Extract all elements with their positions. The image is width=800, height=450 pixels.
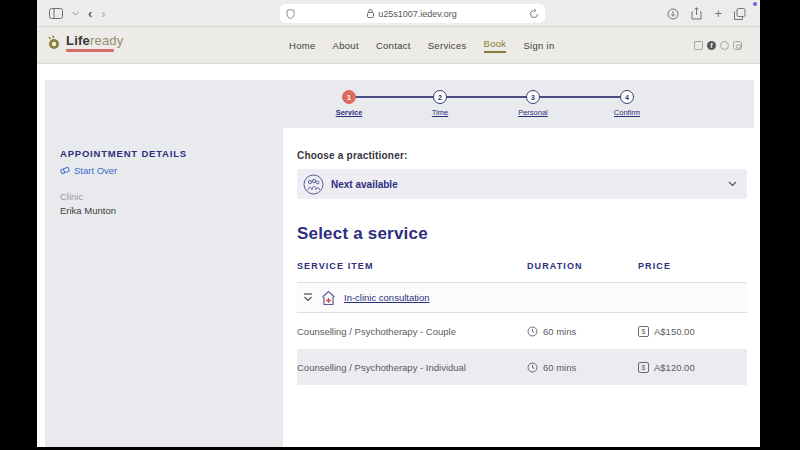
service-name: Counselling / Psychotherapy - Couple xyxy=(297,326,527,337)
practitioner-dropdown[interactable]: Next available xyxy=(297,169,747,199)
step-circle-service[interactable]: 1 xyxy=(342,90,356,104)
price-icon: $ xyxy=(638,325,649,337)
appointment-details-title: APPOINTMENT DETAILS xyxy=(60,148,187,159)
nav-item-about[interactable]: About xyxy=(333,40,359,51)
clinic-value: Erika Munton xyxy=(60,205,116,216)
news-icon[interactable] xyxy=(694,41,703,50)
url-text[interactable]: u25s1007.iedev.org xyxy=(378,9,456,19)
clinic-house-icon xyxy=(320,290,337,306)
site-header: Lifeready Home About Contact Services Bo… xyxy=(37,27,760,64)
practitioners-badge-icon xyxy=(303,174,324,195)
stepper-connector xyxy=(349,96,627,98)
clinic-label: Clinic xyxy=(60,191,83,202)
tab-overview-icon[interactable] xyxy=(734,8,746,20)
step-circle-time[interactable]: 2 xyxy=(433,90,447,104)
recording-indicator-dot xyxy=(753,2,757,6)
service-name: Counselling / Psychotherapy - Individual xyxy=(297,362,527,373)
chevron-down-icon xyxy=(728,181,737,187)
step-label-personal[interactable]: Personal xyxy=(493,108,573,117)
nav-item-book[interactable]: Book xyxy=(484,38,507,53)
letterbox-right xyxy=(760,0,800,450)
forward-button[interactable]: › xyxy=(101,7,105,20)
service-price: A$150.00 xyxy=(654,326,695,337)
clock-icon xyxy=(527,326,538,337)
service-row-couple[interactable]: Counselling / Psychotherapy - Couple 60 … xyxy=(297,313,747,349)
step-circle-personal[interactable]: 3 xyxy=(526,90,540,104)
letterbox-left xyxy=(0,0,37,450)
step-label-time[interactable]: Time xyxy=(400,108,480,117)
choose-practitioner-label: Choose a practitioner: xyxy=(297,150,747,161)
address-bar[interactable]: u25s1007.iedev.org xyxy=(280,4,545,23)
col-duration: DURATION xyxy=(527,261,638,271)
facebook-icon[interactable]: f xyxy=(707,41,716,50)
step-label-confirm[interactable]: Confirm xyxy=(587,108,667,117)
logo-wordmark: Lifeready xyxy=(66,34,123,47)
step-circle-confirm[interactable]: 4 xyxy=(620,90,634,104)
svg-text:$: $ xyxy=(642,364,646,371)
svg-text:$: $ xyxy=(642,328,646,335)
select-service-heading: Select a service xyxy=(297,224,747,244)
practitioner-value: Next available xyxy=(331,179,398,190)
page-settings-icon[interactable] xyxy=(286,9,295,19)
price-icon: $ xyxy=(638,361,649,373)
col-price: PRICE xyxy=(638,261,747,271)
service-price: A$120.00 xyxy=(654,362,695,373)
instagram-icon[interactable] xyxy=(733,41,742,50)
browser-window: ‹ › u25s1007.iedev.org xyxy=(37,0,760,447)
share-icon[interactable] xyxy=(691,7,702,20)
page-body: 1 2 3 4 Service Time Personal Confirm AP… xyxy=(37,65,760,447)
nav-item-sign-in[interactable]: Sign in xyxy=(523,40,554,51)
category-row-in-clinic[interactable]: In-clinic consultation xyxy=(297,282,747,313)
sidebar-toggle-icon[interactable] xyxy=(49,8,63,19)
logo-bird-icon xyxy=(46,34,62,50)
browser-toolbar: ‹ › u25s1007.iedev.org xyxy=(37,0,760,27)
lock-icon xyxy=(367,9,374,18)
booking-widget: 1 2 3 4 Service Time Personal Confirm AP… xyxy=(45,80,754,447)
service-duration: 60 mins xyxy=(543,326,576,337)
site-logo[interactable]: Lifeready xyxy=(46,34,123,52)
service-duration: 60 mins xyxy=(543,362,576,373)
reload-icon[interactable] xyxy=(529,9,539,19)
step-label-service[interactable]: Service xyxy=(309,108,389,117)
nav-item-home[interactable]: Home xyxy=(289,40,316,51)
category-link[interactable]: In-clinic consultation xyxy=(344,292,430,303)
site-nav: Home About Contact Services Book Sign in xyxy=(289,27,555,64)
service-panel: Choose a practitioner: Next available Se… xyxy=(283,128,754,447)
service-row-individual[interactable]: Counselling / Psychotherapy - Individual… xyxy=(297,349,747,385)
tab-group-chevron-icon[interactable] xyxy=(72,11,79,16)
col-service-item: SERVICE ITEM xyxy=(297,261,527,271)
new-tab-button[interactable]: + xyxy=(714,7,722,20)
social-icons: f xyxy=(694,27,742,64)
service-table-header: SERVICE ITEM DURATION PRICE xyxy=(297,261,747,271)
nav-item-services[interactable]: Services xyxy=(428,40,467,51)
linkedin-icon[interactable] xyxy=(720,41,729,50)
downloads-icon[interactable] xyxy=(667,8,679,20)
clock-icon xyxy=(527,362,538,373)
nav-item-contact[interactable]: Contact xyxy=(376,40,411,51)
collapse-chevron-icon[interactable] xyxy=(303,293,313,302)
back-button[interactable]: ‹ xyxy=(88,7,92,20)
eraser-icon xyxy=(60,166,70,175)
start-over-link[interactable]: Start Over xyxy=(60,165,117,176)
logo-tagline xyxy=(66,49,114,52)
